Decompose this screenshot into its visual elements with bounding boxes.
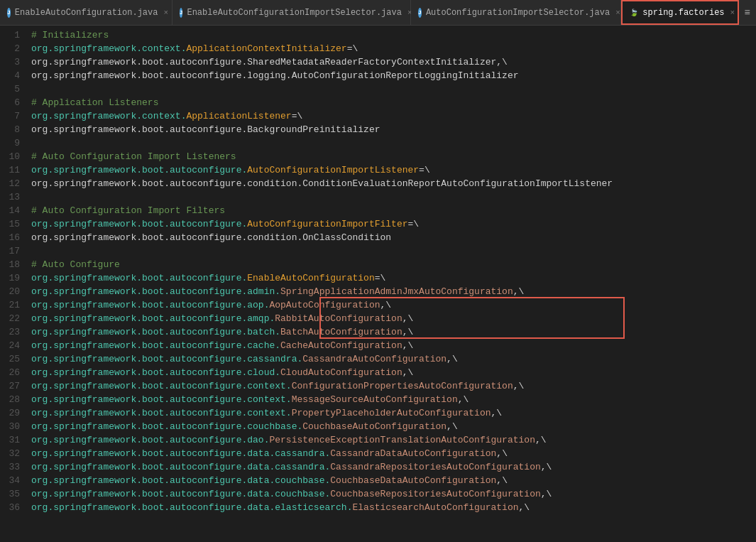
code-line: # Auto Configuration Import Listeners <box>31 150 756 163</box>
java-icon: J <box>180 8 183 18</box>
code-line: org.springframework.boot.autoconfigure.b… <box>31 325 756 339</box>
code-line: org.springframework.boot.autoconfigure.c… <box>31 379 756 393</box>
code-line: org.springframework.boot.autoconfigure.c… <box>31 406 756 420</box>
spring-icon: 🍃 <box>630 8 638 18</box>
code-line: # Auto Configure <box>31 258 756 271</box>
tab-label: spring.factories <box>642 8 724 18</box>
code-line <box>31 136 756 150</box>
code-line: org.springframework.boot.autoconfigure.c… <box>31 231 756 244</box>
code-line: org.springframework.boot.autoconfigure.c… <box>31 352 756 366</box>
java-icon: J <box>418 8 422 18</box>
code-line <box>31 190 756 204</box>
tab-overflow-button[interactable]: ≡ <box>739 0 756 25</box>
code-line: org.springframework.boot.autoconfigure.d… <box>31 460 756 474</box>
java-icon: J <box>7 8 11 18</box>
code-line: org.springframework.context.ApplicationC… <box>31 42 756 55</box>
tab-bar: J EnableAutoConfiguration.java × J Enabl… <box>0 0 756 26</box>
tab-enable-auto-configuration[interactable]: J EnableAutoConfiguration.java × <box>0 0 172 25</box>
code-line: # Auto Configuration Import Filters <box>31 204 756 217</box>
code-line: org.springframework.boot.autoconfigure.c… <box>31 420 756 433</box>
code-line: org.springframework.boot.autoconfigure.c… <box>31 339 756 352</box>
code-line: org.springframework.boot.autoconfigure.c… <box>31 393 756 406</box>
tab-close-button[interactable]: × <box>162 7 170 18</box>
code-line: org.springframework.boot.autoconfigure.d… <box>31 487 756 501</box>
code-line: org.springframework.boot.autoconfigure.S… <box>31 55 756 69</box>
tab-close-button[interactable]: × <box>729 7 737 18</box>
code-line: org.springframework.boot.autoconfigure.a… <box>31 312 756 325</box>
code-line: # Application Listeners <box>31 96 756 109</box>
code-line: org.springframework.boot.autoconfigure.a… <box>31 285 756 298</box>
code-line: org.springframework.boot.autoconfigure.A… <box>31 217 756 231</box>
code-content[interactable]: # Initializersorg.springframework.contex… <box>26 26 756 517</box>
code-line <box>31 244 756 258</box>
code-line: org.springframework.boot.autoconfigure.a… <box>31 298 756 312</box>
tab-auto-config-import-selector[interactable]: J AutoConfigurationImportSelector.java × <box>411 0 621 25</box>
tab-spring-factories[interactable]: 🍃 spring.factories × <box>621 0 738 25</box>
code-line: org.springframework.boot.autoconfigure.l… <box>31 69 756 82</box>
editor-wrapper: 1234567891011121314151617181920212223242… <box>0 26 756 517</box>
code-line: org.springframework.boot.autoconfigure.d… <box>31 433 756 447</box>
code-line: org.springframework.boot.autoconfigure.d… <box>31 474 756 487</box>
code-line: org.springframework.boot.autoconfigure.c… <box>31 177 756 190</box>
tab-label: EnableAutoConfigurationImportSelector.ja… <box>187 8 401 18</box>
code-line: org.springframework.boot.autoconfigure.d… <box>31 447 756 460</box>
code-line: org.springframework.boot.autoconfigure.E… <box>31 271 756 285</box>
code-line: org.springframework.boot.autoconfigure.c… <box>31 366 756 379</box>
code-line: org.springframework.context.ApplicationL… <box>31 109 756 123</box>
code-line: org.springframework.boot.autoconfigure.A… <box>31 163 756 177</box>
code-line: # Initializers <box>31 28 756 42</box>
tab-close-button[interactable]: × <box>614 7 622 18</box>
ide-window: J EnableAutoConfiguration.java × J Enabl… <box>0 0 756 517</box>
code-line: org.springframework.boot.autoconfigure.d… <box>31 501 756 514</box>
tab-label: AutoConfigurationImportSelector.java <box>426 8 610 18</box>
tab-label: EnableAutoConfiguration.java <box>15 8 158 18</box>
code-line: org.springframework.boot.autoconfigure.B… <box>31 123 756 136</box>
line-numbers: 1234567891011121314151617181920212223242… <box>0 26 26 517</box>
code-line <box>31 82 756 96</box>
tab-enable-auto-config-import-selector[interactable]: J EnableAutoConfigurationImportSelector.… <box>172 0 411 25</box>
